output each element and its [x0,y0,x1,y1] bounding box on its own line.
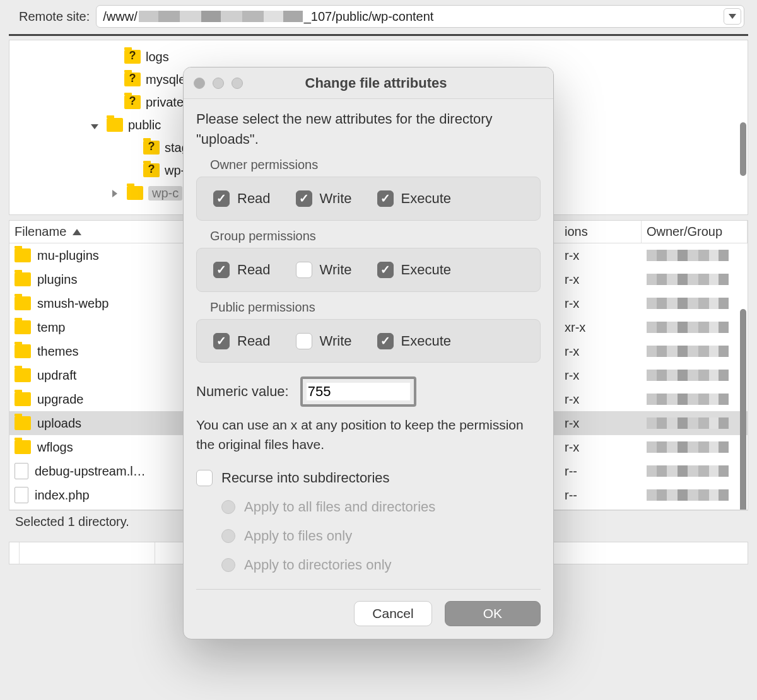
owner-group-redacted [647,370,729,381]
file-permissions: r-x [560,392,642,407]
remote-path-prefix: /www/ [103,9,137,24]
group-read-checkbox-row: Read [213,260,271,280]
folder-icon [15,344,31,358]
file-name: themes [37,344,79,359]
public-write-checkbox[interactable] [296,333,312,349]
public-execute-checkbox-row: Execute [377,331,452,351]
tree-scrollbar[interactable] [740,122,746,176]
folder-question-icon [124,50,141,64]
folder-question-icon [143,141,160,155]
numeric-value-field-wrapper [300,376,416,407]
group-read-checkbox[interactable] [213,262,230,278]
folder-icon [15,296,31,310]
remote-path-combobox[interactable]: /www/ _107/public/wp-content [96,5,744,28]
remote-site-label: Remote site: [19,9,90,24]
chevron-down-icon [88,118,102,132]
owner-group-redacted [647,441,729,453]
group-execute-checkbox[interactable] [377,262,394,278]
owner-read-checkbox-row: Read [213,189,271,209]
file-name: temp [37,320,65,335]
file-permissions: r-x [560,272,642,287]
folder-icon [127,186,143,200]
owner-read-checkbox[interactable] [213,190,230,207]
public-execute-checkbox[interactable] [377,333,394,349]
recurse-radio-1: Apply to files only [221,526,541,546]
numeric-value-label: Numeric value: [196,382,289,402]
folder-icon [15,320,31,334]
owner-execute-checkbox[interactable] [377,190,394,207]
owner-read-label: Read [237,189,271,209]
group-read-label: Read [237,260,271,280]
numeric-hint-text: You can use an x at any position to keep… [196,416,541,454]
change-file-attributes-dialog: Change file attributes Please select the… [183,67,554,639]
owner-group-redacted [647,298,729,309]
public-read-checkbox[interactable] [213,333,230,349]
file-permissions: r-- [560,464,642,479]
file-permissions: r-x [560,344,642,359]
owner-permissions-label: Owner permissions [210,156,541,174]
public-write-label: Write [320,331,352,351]
group-execute-label: Execute [401,260,452,280]
dialog-titlebar: Change file attributes [184,67,553,99]
recurse-label: Recurse into subdirectories [221,468,390,488]
folder-question-icon [124,73,141,86]
owner-execute-checkbox-row: Execute [377,189,452,209]
radio-icon [221,529,235,543]
file-name: mu-plugins [37,248,99,263]
recurse-checkbox[interactable] [196,470,213,486]
tree-item-label: public [128,118,161,132]
owner-execute-label: Execute [401,189,452,209]
group-write-checkbox[interactable] [296,262,312,278]
sort-ascending-icon [73,229,81,235]
remote-site-bar: Remote site: /www/ _107/public/wp-conten… [0,0,757,34]
window-close-button[interactable] [194,78,205,89]
group-permissions-label: Group permissions [210,227,541,245]
owner-group-redacted [647,250,729,261]
group-write-checkbox-row: Write [296,260,352,280]
recurse-checkbox-row: Recurse into subdirectories [196,468,541,488]
tree-item[interactable]: logs [16,45,741,68]
tree-item-label: private [146,95,184,110]
owner-write-checkbox-row: Write [296,189,352,209]
dialog-title: Change file attributes [209,75,543,91]
file-name: upgrade [37,392,83,407]
list-scrollbar[interactable] [740,309,746,510]
file-permissions: r-x [560,296,642,311]
file-icon [15,487,28,503]
column-header-owner-group[interactable]: Owner/Group [642,221,748,243]
file-name: wflogs [37,440,73,455]
folder-icon [15,392,31,406]
numeric-value-input[interactable] [307,383,410,400]
recurse-radio-0: Apply to all files and directories [221,497,541,517]
folder-icon [15,248,31,262]
folder-icon [107,118,123,132]
file-permissions: r-x [560,368,642,383]
folder-question-icon [124,95,141,109]
ok-button[interactable]: OK [445,601,541,626]
file-permissions: r-x [560,248,642,263]
radio-icon [221,500,235,514]
file-permissions: r-x [560,416,642,431]
owner-write-checkbox[interactable] [296,190,312,207]
owner-group-redacted [647,489,729,501]
folder-icon [15,416,31,430]
radio-icon [221,558,235,572]
file-permissions: xr-x [560,320,642,335]
tree-item-label: logs [146,50,169,64]
folder-question-icon [143,163,160,177]
owner-group-redacted [647,394,729,405]
owner-write-label: Write [320,189,352,209]
remote-path-dropdown-button[interactable] [724,8,741,25]
owner-group-redacted [647,346,729,357]
tree-item-label: wp-c [148,186,182,201]
public-permissions-label: Public permissions [210,298,541,317]
folder-icon [15,368,31,382]
chevron-down-icon [729,14,736,19]
cancel-button[interactable]: Cancel [354,601,431,626]
file-permissions: r-- [560,488,642,503]
owner-group-redacted [647,417,729,429]
owner-group-redacted [647,322,729,333]
public-execute-label: Execute [401,331,452,351]
column-header-permissions[interactable]: ions [560,221,642,243]
owner-group-redacted [647,465,729,477]
